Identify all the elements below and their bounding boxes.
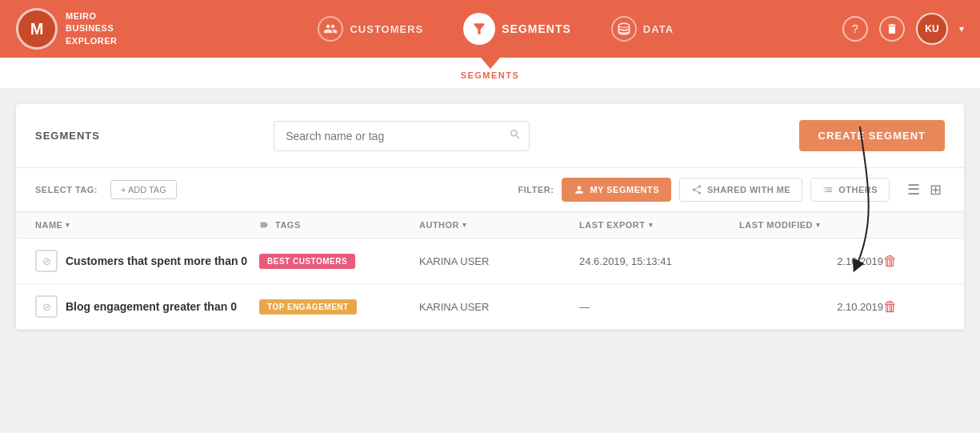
logo-text: MEIRO BUSINESS EXPLORER: [66, 10, 118, 47]
trash-icon[interactable]: [879, 16, 905, 42]
table-row: ⊘ Customers that spent more than 0 BEST …: [16, 239, 964, 284]
customers-label: CUSTOMERS: [350, 23, 423, 35]
segment-name-cell-2: ⊘ Blog engagement greater than 0: [35, 295, 259, 318]
segment-name-2[interactable]: Blog engagement greater than 0: [66, 300, 237, 313]
table-area: NAME ▾ TAGS AUTHOR ▾ LAST EXPORT: [16, 212, 964, 330]
tag-cell-2: TOP ENGAGEMENT: [259, 299, 419, 315]
th-last-export[interactable]: LAST EXPORT ▾: [579, 220, 739, 230]
card-title: SEGMENTS: [35, 130, 131, 142]
shared-with-me-filter-button[interactable]: SHARED WITH ME: [679, 178, 802, 202]
nav-items: CUSTOMERS SEGMENTS DATA: [150, 13, 842, 45]
segments-icon: [463, 13, 495, 45]
main-card: SEGMENTS CREATE SEGMENT SELECT TAG: + AD…: [16, 104, 964, 330]
search-button[interactable]: [509, 128, 522, 144]
view-toggle-area: ☰ ⊞: [904, 179, 945, 200]
segment-name-cell-1: ⊘ Customers that spent more than 0: [35, 250, 259, 272]
last-modified-sort-arrow: ▾: [816, 221, 821, 229]
help-icon[interactable]: ?: [842, 16, 868, 42]
data-label: DATA: [643, 23, 674, 35]
my-segments-label: MY SEGMENTS: [590, 185, 659, 194]
filter-label: FILTER:: [518, 185, 554, 194]
filter-area: FILTER: MY SEGMENTS SHARED WITH ME: [518, 178, 945, 202]
search-input[interactable]: [274, 121, 530, 151]
card-header: SEGMENTS CREATE SEGMENT: [16, 104, 964, 168]
shared-with-me-label: SHARED WITH ME: [707, 185, 790, 194]
content-area: SEGMENTS CREATE SEGMENT SELECT TAG: + AD…: [0, 88, 980, 424]
author-sort-arrow: ▾: [462, 221, 467, 229]
grid-view-button[interactable]: ⊞: [926, 179, 945, 200]
modified-cell-1: 2.10.2019: [739, 255, 883, 267]
delete-button-1[interactable]: 🗑: [883, 253, 898, 270]
breadcrumb-triangle: [481, 58, 500, 69]
tag-badge-2[interactable]: TOP ENGAGEMENT: [259, 299, 357, 315]
search-box: [274, 121, 530, 151]
segment-name-1[interactable]: Customers that spent more than 0: [66, 255, 247, 267]
delete-button-2[interactable]: 🗑: [883, 299, 898, 315]
others-filter-button[interactable]: OTHERS: [810, 178, 890, 202]
top-navigation: M MEIRO BUSINESS EXPLORER CUSTOMERS: [0, 0, 980, 58]
delete-cell-1: 🗑: [883, 253, 923, 270]
create-segment-button[interactable]: CREATE SEGMENT: [799, 120, 945, 151]
customers-icon: [318, 16, 343, 42]
modified-cell-2: 2.10.2019: [739, 301, 883, 313]
segment-icon-2: ⊘: [35, 295, 58, 318]
list-view-button[interactable]: ☰: [904, 179, 923, 200]
export-cell-2: —: [579, 301, 739, 313]
tag-badge-1[interactable]: BEST CUSTOMERS: [259, 254, 355, 269]
delete-cell-2: 🗑: [883, 299, 923, 315]
segment-icon-1: ⊘: [35, 250, 58, 272]
others-label: OTHERS: [838, 185, 878, 194]
nav-item-customers[interactable]: CUSTOMERS: [318, 16, 423, 42]
th-author[interactable]: AUTHOR ▾: [419, 220, 579, 230]
nav-item-data[interactable]: DATA: [611, 16, 674, 42]
my-segments-filter-button[interactable]: MY SEGMENTS: [562, 178, 671, 202]
author-cell-2: KARINA USER: [419, 301, 579, 313]
chevron-down-icon[interactable]: ▾: [959, 23, 964, 34]
last-export-sort-arrow: ▾: [649, 221, 654, 229]
nav-right: ? KU ▾: [842, 13, 964, 45]
tag-row: SELECT TAG: + ADD TAG FILTER: MY SEGMENT…: [16, 168, 964, 212]
th-name[interactable]: NAME ▾: [35, 220, 259, 230]
select-tag-label: SELECT TAG:: [35, 185, 98, 194]
add-tag-button[interactable]: + ADD TAG: [110, 180, 177, 199]
th-actions: [883, 220, 923, 230]
export-cell-1: 24.6.2019, 15:13:41: [579, 255, 739, 267]
name-sort-arrow: ▾: [66, 221, 70, 229]
user-avatar[interactable]: KU: [916, 13, 948, 45]
table-row: ⊘ Blog engagement greater than 0 TOP ENG…: [16, 284, 964, 330]
nav-item-segments[interactable]: SEGMENTS: [463, 13, 571, 45]
segments-label: SEGMENTS: [502, 22, 571, 35]
tag-cell-1: BEST CUSTOMERS: [259, 254, 419, 269]
author-cell-1: KARINA USER: [419, 255, 579, 267]
table-header: NAME ▾ TAGS AUTHOR ▾ LAST EXPORT: [16, 212, 964, 239]
breadcrumb-area: SEGMENTS: [0, 58, 980, 88]
logo-area[interactable]: M MEIRO BUSINESS EXPLORER: [16, 8, 118, 50]
th-tags: TAGS: [259, 220, 419, 230]
th-last-modified[interactable]: LAST MODIFIED ▾: [739, 220, 883, 230]
data-icon: [611, 16, 637, 42]
breadcrumb: SEGMENTS: [0, 70, 980, 80]
logo-icon: M: [16, 8, 58, 50]
